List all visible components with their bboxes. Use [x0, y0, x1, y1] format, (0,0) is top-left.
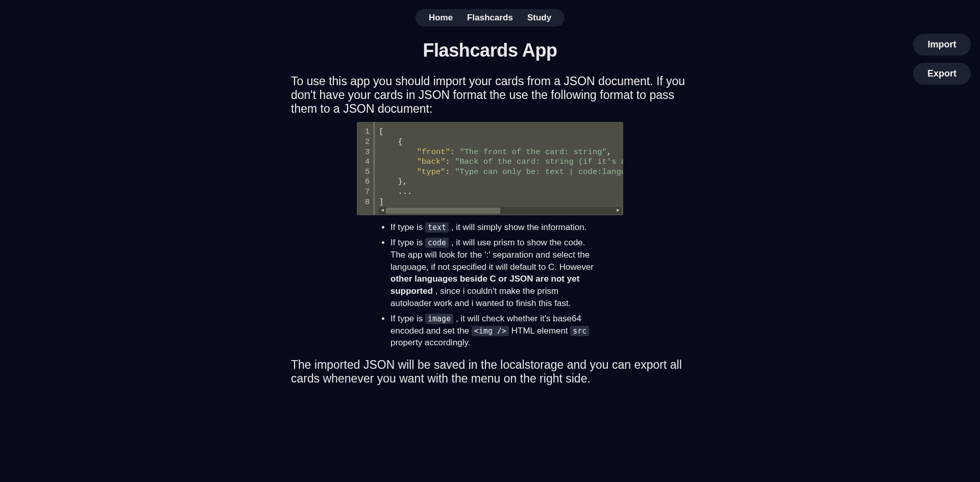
page-title: Flashcards App	[291, 40, 689, 61]
code-chip: text	[425, 222, 449, 233]
ln: 8	[365, 197, 370, 208]
code-block: 1 2 3 4 5 6 7 8 [ { "front": "The front …	[357, 122, 623, 215]
ln: 7	[365, 187, 370, 197]
ln: 4	[365, 157, 370, 167]
nav-study[interactable]: Study	[527, 13, 551, 23]
ln: 5	[365, 167, 370, 177]
ln: 3	[365, 147, 370, 158]
list-item: If type is code , it will use prism to s…	[390, 237, 600, 310]
code-chip: <img />	[472, 326, 509, 336]
type-explanations: If type is text , it will simply show th…	[380, 221, 600, 349]
import-button[interactable]: Import	[913, 34, 971, 56]
code-body: [ { "front": "The front of the card: str…	[375, 122, 623, 215]
intro-text: To use this app you should import your c…	[291, 74, 689, 116]
code-lines: [ { "front": "The front of the card: str…	[379, 127, 623, 207]
ln: 2	[365, 137, 370, 147]
export-button[interactable]: Export	[913, 63, 971, 85]
scroll-right-icon[interactable]: ►	[615, 207, 622, 214]
top-nav: Home Flashcards Study	[0, 0, 980, 27]
nav-pill: Home Flashcards Study	[415, 9, 565, 27]
code-chip: src	[570, 326, 589, 336]
code-chip: code	[425, 238, 449, 248]
code-example: 1 2 3 4 5 6 7 8 [ { "front": "The front …	[357, 122, 623, 215]
nav-flashcards[interactable]: Flashcards	[467, 13, 513, 23]
side-actions: Import Export	[913, 34, 971, 85]
line-gutter: 1 2 3 4 5 6 7 8	[357, 122, 375, 215]
list-item: If type is text , it will simply show th…	[390, 221, 600, 234]
horizontal-scrollbar[interactable]: ◄ ►	[379, 207, 622, 214]
list-item: If type is image , it will check whether…	[390, 313, 600, 349]
scroll-track[interactable]	[386, 207, 615, 214]
main-content: Flashcards App To use this app you shoul…	[291, 40, 689, 386]
outro-text: The imported JSON will be saved in the l…	[291, 358, 689, 386]
scroll-thumb[interactable]	[386, 208, 500, 214]
scroll-left-icon[interactable]: ◄	[379, 207, 386, 214]
code-chip: image	[425, 314, 453, 324]
nav-home[interactable]: Home	[429, 13, 453, 23]
ln: 6	[365, 177, 370, 187]
ln: 1	[365, 127, 370, 137]
